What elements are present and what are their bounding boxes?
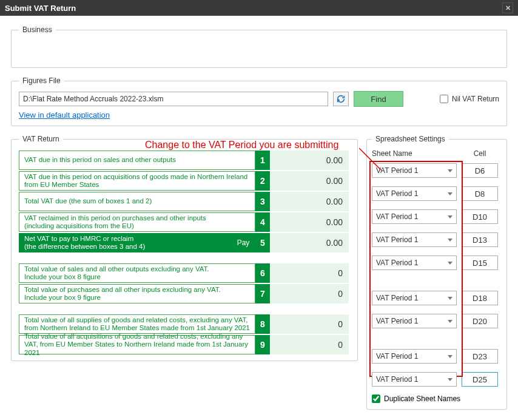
close-icon[interactable]: ✕ [502, 2, 513, 13]
submit-vat-window: Submit VAT Return ✕ Business Figures Fil… [0, 0, 518, 420]
duplicate-sheet-checkbox[interactable] [372, 395, 380, 403]
box-value: 0 [270, 314, 349, 334]
sheet-name-select[interactable]: VAT Period 1 [372, 163, 457, 178]
vat-return-legend: VAT Return [19, 135, 63, 143]
sheet-name-select[interactable]: VAT Period 1 [372, 256, 457, 270]
cell-input[interactable] [462, 372, 498, 387]
nil-vat-label: Nil VAT Return [452, 95, 499, 103]
sheet-name-select[interactable]: VAT Period 1 [372, 349, 457, 364]
vat-box-desc: Total value of all supplies of goods and… [19, 314, 255, 334]
box-number: 5 [255, 233, 270, 252]
cell-input[interactable] [462, 291, 498, 305]
box-value: 0.00 [270, 171, 349, 191]
spreadsheet-row: VAT Period 1 [372, 371, 502, 387]
file-path-input[interactable] [19, 92, 328, 106]
box-value: 0.00 [270, 233, 349, 252]
spreadsheet-row: VAT Period 1 [372, 209, 502, 225]
spreadsheet-row: VAT Period 1 [372, 163, 502, 178]
spreadsheet-row: VAT Period 1 [372, 290, 502, 306]
cell-input[interactable] [462, 186, 498, 201]
nil-vat-checkbox[interactable] [440, 95, 448, 103]
spreadsheet-row: VAT Period 1 [372, 313, 502, 329]
spreadsheet-rows: VAT Period 1VAT Period 1VAT Period 1VAT … [372, 163, 502, 391]
sheet-name-select[interactable]: VAT Period 1 [372, 372, 457, 387]
cell-input[interactable] [462, 209, 498, 224]
business-fieldset: Business [11, 25, 507, 68]
box-value: 0.00 [270, 192, 349, 211]
sheet-name-select[interactable]: VAT Period 1 [372, 232, 457, 247]
box-number: 3 [255, 192, 270, 211]
vat-box-desc: Total value of purchases and all other i… [19, 284, 255, 303]
duplicate-sheet-checkbox-wrap[interactable]: Duplicate Sheet Names [372, 395, 502, 403]
titlebar: Submit VAT Return ✕ [0, 0, 518, 16]
vat-box-desc: Total value of all acquisitions of goods… [19, 335, 255, 354]
find-button[interactable]: Find [354, 91, 403, 107]
figures-file-fieldset: Figures File Find Nil VAT Return View in… [11, 76, 507, 126]
nil-vat-checkbox-wrap[interactable]: Nil VAT Return [440, 95, 499, 103]
box-value: 0 [270, 263, 349, 283]
vat-rows: VAT due in this period on sales and othe… [19, 151, 350, 354]
window-title: Submit VAT Return [5, 4, 76, 13]
box-value: 0 [270, 335, 349, 354]
vat-box-row-2: VAT due in this period on acquisitions o… [19, 171, 350, 191]
spreadsheet-row: VAT Period 1 [372, 255, 502, 271]
box-value: 0 [270, 284, 349, 303]
box-number: 7 [255, 284, 270, 303]
content-area: Business Figures File Find Nil VAT Retur… [0, 16, 518, 420]
view-default-app-link[interactable]: View in default application [19, 110, 110, 120]
vat-box-row-9: Total value of all acquisitions of goods… [19, 335, 350, 354]
vat-box-desc: VAT due in this period on acquisitions o… [19, 171, 255, 191]
sheet-name-select[interactable]: VAT Period 1 [372, 186, 457, 201]
box-number: 4 [255, 212, 270, 232]
vat-box-row-8: Total value of all supplies of goods and… [19, 314, 350, 334]
sheet-name-header: Sheet Name [372, 149, 457, 158]
vat-box-desc: Total VAT due (the sum of boxes 1 and 2) [19, 192, 255, 211]
figures-file-legend: Figures File [19, 76, 64, 85]
spreadsheet-row: VAT Period 1 [372, 232, 502, 248]
vat-box-desc: Total value of sales and all other outpu… [19, 263, 255, 283]
cell-input[interactable] [462, 256, 498, 270]
box-value: 0.00 [270, 151, 349, 170]
vat-box-row-3: Total VAT due (the sum of boxes 1 and 2)… [19, 192, 350, 211]
vat-box-row-7: Total value of purchases and all other i… [19, 284, 350, 303]
box-value: 0.00 [270, 212, 349, 232]
cell-input[interactable] [462, 349, 498, 364]
refresh-button[interactable] [333, 92, 349, 106]
box-number: 2 [255, 171, 270, 191]
box-number: 6 [255, 263, 270, 283]
box-number: 9 [255, 335, 270, 354]
vat-box-row-4: VAT reclaimed in this period on purchase… [19, 212, 350, 232]
vat-box-row-5: Net VAT to pay to HMRC or reclaim (the d… [19, 233, 350, 252]
duplicate-sheet-label: Duplicate Sheet Names [384, 395, 460, 403]
cell-input[interactable] [462, 163, 498, 178]
box-number: 1 [255, 151, 270, 170]
business-legend: Business [19, 25, 56, 34]
spreadsheet-row: VAT Period 1 [372, 348, 502, 364]
vat-return-fieldset: VAT Return Change to the VAT Period you … [11, 135, 358, 361]
annotation-text: Change to the VAT Period you are submitt… [145, 140, 338, 151]
vat-box-desc: VAT due in this period on sales and othe… [19, 151, 255, 170]
spreadsheet-row: VAT Period 1 [372, 186, 502, 202]
spreadsheet-fieldset: Spreadsheet Settings Sheet Name Cell VAT… [366, 135, 507, 410]
cell-input[interactable] [462, 232, 498, 247]
vat-box-desc: VAT reclaimed in this period on purchase… [19, 212, 255, 232]
cell-header: Cell [462, 149, 498, 158]
spreadsheet-legend: Spreadsheet Settings [372, 135, 449, 143]
sheet-name-select[interactable]: VAT Period 1 [372, 314, 457, 328]
refresh-icon [336, 94, 346, 104]
pay-indicator: Pay [231, 233, 255, 252]
sheet-name-select[interactable]: VAT Period 1 [372, 291, 457, 305]
vat-box-desc: Net VAT to pay to HMRC or reclaim (the d… [19, 233, 231, 252]
sheet-name-select[interactable]: VAT Period 1 [372, 209, 457, 224]
cell-input[interactable] [462, 314, 498, 328]
vat-box-row-6: Total value of sales and all other outpu… [19, 263, 350, 283]
box-number: 8 [255, 314, 270, 334]
vat-box-row-1: VAT due in this period on sales and othe… [19, 151, 350, 170]
